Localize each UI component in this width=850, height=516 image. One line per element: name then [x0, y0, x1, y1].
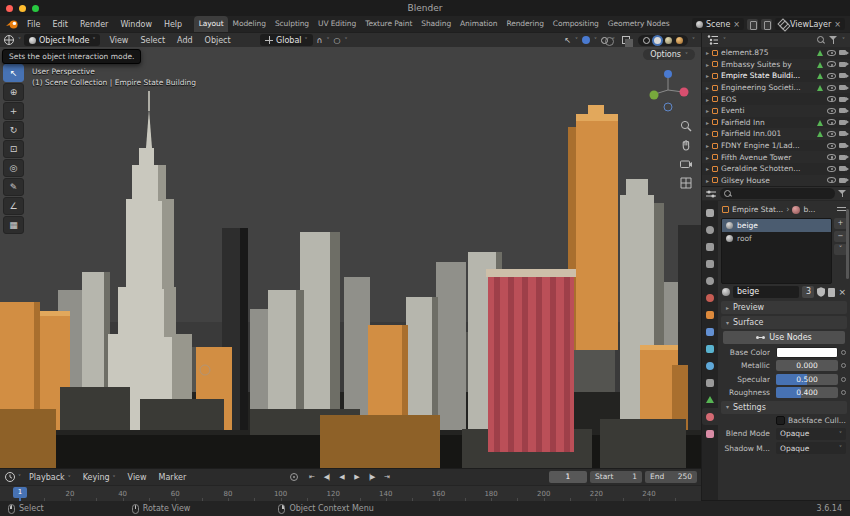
gizmo-z-axis[interactable] — [664, 70, 672, 78]
disable-in-render-icon[interactable] — [839, 131, 846, 136]
menu-edit[interactable]: Edit — [46, 20, 74, 29]
scrollbar[interactable] — [846, 209, 849, 279]
unlink-material-icon[interactable]: × — [838, 288, 846, 297]
solid-shading-icon[interactable] — [654, 37, 661, 44]
gizmo-y-axis[interactable] — [650, 91, 659, 100]
outliner-item-2[interactable]: ▸Embassy Suites by — [702, 59, 850, 71]
disable-in-render-icon[interactable] — [839, 178, 846, 183]
playhead[interactable]: 1 — [13, 487, 27, 501]
orientation-selector[interactable]: Global ˅ — [260, 34, 313, 46]
shading-caret-icon[interactable]: ˅ — [692, 37, 695, 43]
hide-in-viewport-icon[interactable] — [827, 73, 836, 79]
outliner-item-12[interactable]: ▸Gilsey House — [702, 175, 850, 186]
disable-in-render-icon[interactable] — [839, 73, 846, 78]
mode-selector[interactable]: Object Mode ˅ — [24, 34, 100, 46]
tool-transform[interactable]: ◎ — [3, 159, 24, 177]
breadcrumb-material[interactable]: b... — [803, 205, 815, 214]
disable-in-render-icon[interactable] — [839, 97, 846, 102]
properties-tab-scene[interactable] — [702, 272, 718, 289]
close-window-button[interactable] — [6, 5, 13, 12]
disable-in-render-icon[interactable] — [839, 166, 846, 171]
toggle-xray-icon[interactable] — [622, 36, 630, 44]
ortho-grid-icon[interactable] — [679, 176, 693, 190]
settings-section-header[interactable]: ▾ Settings — [721, 401, 847, 414]
timeline-editor-caret-icon[interactable]: ˅ — [18, 474, 21, 480]
properties-tab-object-data[interactable] — [702, 391, 718, 408]
animate-dot-icon[interactable] — [841, 377, 846, 382]
gizmo-caret-icon[interactable]: ˅ — [594, 37, 597, 43]
disclosure-icon[interactable]: ▸ — [706, 154, 709, 161]
surface-section-header[interactable]: ▾ Surface — [721, 316, 847, 329]
menu-file[interactable]: File — [21, 20, 46, 29]
properties-search-input[interactable] — [720, 188, 835, 199]
hide-in-viewport-icon[interactable] — [827, 119, 836, 125]
animate-dot-icon[interactable] — [841, 363, 846, 368]
menu-render[interactable]: Render — [74, 20, 114, 29]
filter-caret-icon[interactable]: ˅ — [842, 37, 845, 43]
transport-play[interactable]: ▶ — [350, 472, 363, 482]
current-frame-field[interactable]: 1 — [549, 471, 587, 483]
tool-cursor[interactable]: ⊕ — [3, 83, 24, 101]
workspace-tab-compositing[interactable]: Compositing — [548, 16, 603, 32]
workspace-tab-sculpting[interactable]: Sculpting — [270, 16, 313, 32]
properties-tab-object[interactable] — [702, 306, 718, 323]
timeline-menu-keying[interactable]: Keying˅ — [77, 473, 122, 482]
disable-in-render-icon[interactable] — [839, 120, 846, 125]
hide-in-viewport-icon[interactable] — [827, 131, 836, 137]
frame-end-field[interactable]: End 250 — [645, 471, 697, 483]
hide-in-viewport-icon[interactable] — [827, 61, 836, 67]
workspace-tab-geometry-nodes[interactable]: Geometry Nodes — [603, 16, 674, 32]
viewport-menu-add[interactable]: Add — [171, 36, 199, 45]
disable-in-render-icon[interactable] — [839, 85, 846, 90]
proportional-caret-icon[interactable]: ˅ — [344, 37, 347, 43]
transport-play-reverse[interactable]: ◀ — [335, 472, 348, 482]
breadcrumb-object[interactable]: Empire Stat... — [732, 205, 783, 214]
disclosure-icon[interactable]: ▸ — [706, 49, 709, 56]
disable-in-render-icon[interactable] — [839, 62, 846, 67]
timeline-menu-playback[interactable]: Playback˅ — [23, 473, 77, 482]
show-overlays-icon[interactable] — [601, 37, 608, 44]
outliner-item-4[interactable]: ▸Engineering Societi... — [702, 82, 850, 94]
new-material-icon[interactable] — [828, 288, 835, 297]
outliner-item-7[interactable]: ▸Fairfield Inn — [702, 117, 850, 129]
disclosure-icon[interactable]: ▸ — [706, 107, 709, 114]
workspace-tab-modeling[interactable]: Modeling — [228, 16, 270, 32]
disable-in-render-icon[interactable] — [839, 143, 846, 148]
workspace-tab-layout[interactable]: Layout — [194, 16, 228, 32]
outliner-item-6[interactable]: ▸Eventi — [702, 105, 850, 117]
blend-mode-dropdown[interactable]: Opaque ˅ — [776, 428, 846, 440]
outliner-item-5[interactable]: ▸EOS — [702, 93, 850, 105]
timeline-ruler[interactable]: 204060801001201401601802002202401 — [0, 485, 701, 501]
disclosure-icon[interactable]: ▸ — [706, 84, 709, 91]
workspace-tab-rendering[interactable]: Rendering — [502, 16, 548, 32]
use-nodes-button[interactable]: Use Nodes — [723, 331, 845, 344]
filter-icon[interactable] — [829, 36, 838, 44]
hide-in-viewport-icon[interactable] — [827, 85, 836, 91]
transport-jump-to-start[interactable]: ⇤ — [305, 472, 318, 482]
outliner-item-1[interactable]: ▸element.875 — [702, 47, 850, 59]
copy-scene-button[interactable] — [761, 19, 772, 30]
outliner-item-9[interactable]: ▸FDNY Engine 1/Lad... — [702, 140, 850, 152]
properties-tab-material[interactable] — [702, 408, 718, 425]
users-count-button[interactable]: 3 — [802, 286, 814, 298]
camera-view-icon[interactable] — [679, 157, 693, 171]
tool-rotate[interactable]: ↻ — [3, 121, 24, 139]
preview-section-header[interactable]: ▸ Preview — [721, 301, 847, 314]
properties-tab-view-layer[interactable] — [702, 255, 718, 272]
tool-scale[interactable]: ⊡ — [3, 140, 24, 158]
tool-select-box[interactable]: ↖ — [3, 64, 24, 82]
animate-dot-icon[interactable] — [841, 350, 846, 355]
editor-type-caret-icon[interactable]: ˅ — [18, 37, 21, 43]
hide-in-viewport-icon[interactable] — [827, 50, 836, 56]
properties-editor-icon[interactable] — [705, 188, 717, 200]
tool-annotate[interactable]: ✎ — [3, 178, 24, 196]
hide-in-viewport-icon[interactable] — [827, 166, 836, 172]
hide-in-viewport-icon[interactable] — [827, 96, 836, 102]
viewport-menu-select[interactable]: Select — [134, 36, 171, 45]
minimize-window-button[interactable] — [19, 5, 26, 12]
hide-in-viewport-icon[interactable] — [827, 143, 836, 149]
selectability-caret-icon[interactable]: ˅ — [575, 37, 578, 43]
workspace-tab-shading[interactable]: Shading — [417, 16, 456, 32]
rendered-shading-icon[interactable] — [676, 37, 683, 44]
workspace-tab-texture-paint[interactable]: Texture Paint — [361, 16, 417, 32]
